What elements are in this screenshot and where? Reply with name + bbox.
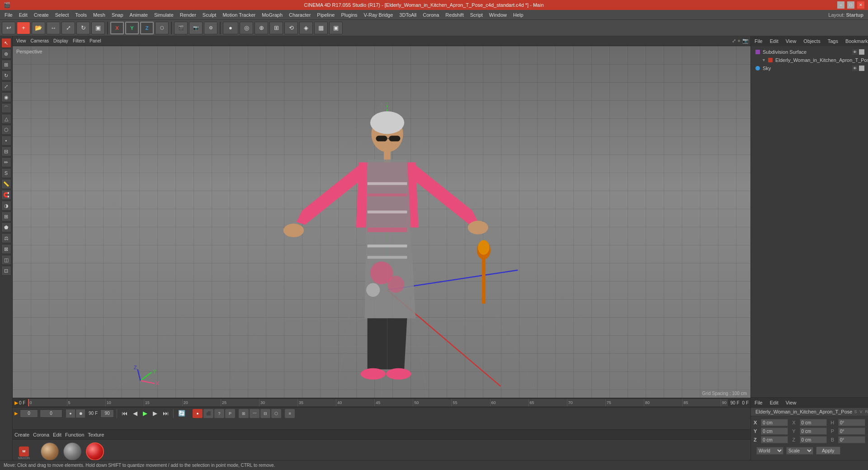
tool-camera[interactable]: ◉ xyxy=(1,92,11,102)
display-back[interactable]: ▦ xyxy=(314,22,328,34)
obj-eye-icon-3[interactable]: 👁 xyxy=(852,66,858,71)
tool-polygon[interactable]: △ xyxy=(1,114,11,124)
display-hidden[interactable]: ⊕ xyxy=(255,22,268,34)
prev-frame-button[interactable]: ◀ xyxy=(131,409,139,418)
tool-array[interactable]: ⊞ xyxy=(1,212,11,221)
record-auto[interactable]: ⏺ xyxy=(76,409,85,418)
mat-menu-corona[interactable]: Corona xyxy=(33,432,49,437)
render-picture-viewer[interactable]: 📷 xyxy=(189,22,203,34)
coord-z-scale[interactable] xyxy=(838,436,865,443)
coord-z-pos[interactable] xyxy=(761,436,788,443)
viewport-menu-panel[interactable]: Panel xyxy=(88,38,103,44)
menu-render[interactable]: Render xyxy=(177,11,199,19)
menu-motion-tracker[interactable]: Motion Tracker xyxy=(220,11,258,19)
timeline-extra-button[interactable]: ≡ xyxy=(285,409,295,418)
menu-mograph[interactable]: MoGraph xyxy=(259,11,285,19)
go-start-button[interactable]: ⏮ xyxy=(120,409,129,418)
viewport-menu-view[interactable]: View xyxy=(14,38,28,44)
tool-extra-2[interactable]: ◫ xyxy=(1,255,11,265)
mat-menu-texture[interactable]: Texture xyxy=(88,432,104,437)
menu-select[interactable]: Select xyxy=(52,11,72,19)
tool-extra-1[interactable]: ⊠ xyxy=(1,244,11,254)
tool-scale[interactable]: ⊞ xyxy=(1,60,11,70)
coord-mode-select[interactable]: Scale xyxy=(786,447,813,455)
tool-rotate[interactable]: ↻ xyxy=(1,70,11,80)
menu-pipeline[interactable]: Pipeline xyxy=(314,11,337,19)
viewport[interactable]: Y X Z Perspective Grid Spacing : 100 cm xyxy=(13,46,750,398)
om-tab-file[interactable]: File xyxy=(753,38,764,45)
coord-y-scale[interactable] xyxy=(838,428,865,435)
undo-button[interactable]: ↩ xyxy=(2,22,15,34)
viewport-ctrl-3[interactable]: 📷 xyxy=(742,38,749,44)
menu-snap[interactable]: Snap xyxy=(109,11,126,19)
render-active-view[interactable]: 🎬 xyxy=(174,22,188,34)
menu-mesh[interactable]: Mesh xyxy=(90,11,108,19)
tool-sculpt-smooth[interactable]: S xyxy=(1,168,11,178)
menu-corona[interactable]: Corona xyxy=(420,11,442,19)
display-normals[interactable]: ⟲ xyxy=(284,22,298,34)
frame-input-2[interactable] xyxy=(40,409,62,418)
end-frame-input[interactable] xyxy=(100,409,114,418)
display-gouraud[interactable]: ● xyxy=(223,22,238,34)
timeline-options-button[interactable]: ⊞ xyxy=(239,409,249,418)
attr-tab-edit[interactable]: Edit xyxy=(768,399,780,406)
coord-y-rot[interactable] xyxy=(800,428,827,435)
viewport-menu-display[interactable]: Display xyxy=(52,38,70,44)
menu-plugins[interactable]: Plugins xyxy=(338,11,360,19)
scene-obj-sky[interactable]: Sky 👁 xyxy=(753,64,866,72)
key-auto-button[interactable]: ⬛ xyxy=(203,409,213,418)
timeline-ruler[interactable]: 0 5 10 15 20 25 30 35 40 45 50 55 60 65 … xyxy=(28,399,727,406)
attr-tab-file[interactable]: File xyxy=(753,399,764,406)
tool-morph[interactable]: ⬟ xyxy=(1,222,11,232)
maximize-button[interactable]: □ xyxy=(847,1,854,9)
viewport-menu-cameras[interactable]: Cameras xyxy=(29,38,51,44)
attr-tab-view[interactable]: View xyxy=(784,399,798,406)
close-button[interactable]: ✕ xyxy=(857,1,864,9)
display-lines[interactable]: ◎ xyxy=(240,22,253,34)
menu-character[interactable]: Character xyxy=(286,11,313,19)
axis-z-button[interactable]: Z xyxy=(140,22,154,34)
menu-sculpt[interactable]: Sculpt xyxy=(200,11,219,19)
key-help-button[interactable]: ? xyxy=(214,409,224,418)
menu-edit[interactable]: Edit xyxy=(16,11,30,19)
tool-soft-selection[interactable]: ◑ xyxy=(1,201,11,211)
tool-texture[interactable]: ⊟ xyxy=(1,146,11,156)
tool-magnet[interactable]: 🧲 xyxy=(1,190,11,200)
menu-simulate[interactable]: Simulate xyxy=(151,11,176,19)
tool-point[interactable]: • xyxy=(1,136,11,146)
tool-weight[interactable]: ⚖ xyxy=(1,233,11,243)
menu-script[interactable]: Script xyxy=(467,11,486,19)
tool-measure[interactable]: 📏 xyxy=(1,179,11,189)
coord-x-scale[interactable] xyxy=(838,419,865,426)
minimize-button[interactable]: − xyxy=(837,1,844,9)
menu-redshift[interactable]: Redshift xyxy=(443,11,466,19)
loop-button[interactable]: 🔄 xyxy=(176,409,187,418)
motion-path-button[interactable]: 〰 xyxy=(250,409,259,418)
om-tab-tags[interactable]: Tags xyxy=(826,38,840,45)
tool-spline[interactable]: ⌒ xyxy=(1,103,11,113)
mat-menu-create[interactable]: Create xyxy=(14,432,29,437)
display-texture[interactable]: ◈ xyxy=(299,22,313,34)
scene-obj-subdivision[interactable]: Subdivision Surface 👁 xyxy=(753,48,866,56)
scale-tool[interactable]: ⤢ xyxy=(61,22,75,34)
om-tab-objects[interactable]: Objects xyxy=(802,38,822,45)
display-quick[interactable]: ⊞ xyxy=(269,22,283,34)
menu-help[interactable]: Help xyxy=(510,11,526,19)
open-button[interactable]: 📂 xyxy=(32,22,45,34)
axis-x-button[interactable]: X xyxy=(110,22,124,34)
viewport-ctrl-1[interactable]: ⤢ xyxy=(732,38,736,44)
apply-button[interactable]: Apply xyxy=(816,446,840,455)
record-button[interactable]: ● xyxy=(66,409,75,418)
motion-options-button[interactable]: ⊟ xyxy=(260,409,270,418)
next-frame-button[interactable]: ▶ xyxy=(151,409,159,418)
pose-button[interactable]: P xyxy=(225,409,235,418)
record-key-button[interactable]: ● xyxy=(193,409,203,418)
menu-create[interactable]: Create xyxy=(31,11,52,19)
coord-x-rot[interactable] xyxy=(800,419,827,426)
coord-y-pos[interactable] xyxy=(761,428,788,435)
select-tool[interactable]: ▣ xyxy=(91,22,105,34)
viewport-ctrl-2[interactable]: + xyxy=(738,38,741,44)
menu-tools[interactable]: Tools xyxy=(72,11,90,19)
timeline-playhead[interactable] xyxy=(28,399,29,406)
go-end-button[interactable]: ⏭ xyxy=(161,409,170,418)
